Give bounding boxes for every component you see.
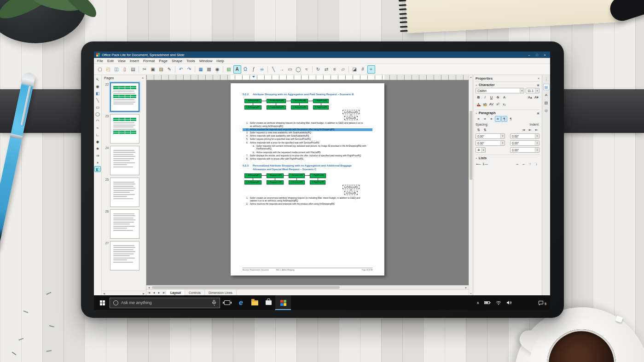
- pages-panel-scrollbar[interactable]: ◀ ▶: [102, 291, 146, 295]
- strikethrough-button[interactable]: S: [495, 94, 501, 100]
- page-thumbnail-27[interactable]: [110, 241, 139, 270]
- nav-next-icon[interactable]: ▶: [157, 290, 162, 295]
- freeform-line-button[interactable]: ≈: [303, 65, 311, 74]
- gallery-tab[interactable]: ▧: [543, 99, 550, 106]
- styles-tab[interactable]: A: [543, 92, 550, 98]
- tab-dimension-lines[interactable]: Dimension Lines: [205, 290, 237, 295]
- chevron-down-icon[interactable]: ▾: [535, 88, 539, 93]
- insert-hyperlink-button[interactable]: ∞: [258, 65, 266, 74]
- document-page[interactable]: 5.2.2Attribute Shopping with no Aggregat…: [231, 83, 384, 276]
- insert-line-button[interactable]: ╲: [270, 65, 278, 74]
- insert-table-button[interactable]: ▦: [197, 65, 205, 74]
- pages-scroll-right-icon[interactable]: ▶: [143, 292, 145, 295]
- navigator-tab[interactable]: ◎: [543, 107, 550, 114]
- bold-button[interactable]: B: [476, 94, 482, 100]
- menu-item-tools[interactable]: Tools: [186, 59, 195, 63]
- tab-controls[interactable]: Controls: [185, 290, 205, 295]
- undo-button[interactable]: ↶: [177, 65, 185, 74]
- print-button[interactable]: ▤: [129, 65, 137, 74]
- nav-first-icon[interactable]: |◀: [146, 290, 151, 295]
- ltr-paragraph-button[interactable]: ¶: [501, 116, 507, 122]
- new-document-button[interactable]: ▢: [96, 65, 104, 74]
- insert-image-button[interactable]: ▧: [225, 65, 233, 74]
- horizontal-ruler[interactable]: [146, 75, 469, 80]
- connector-tool[interactable]: ∟: [94, 132, 101, 138]
- sidebar-close-icon[interactable]: ×: [538, 77, 540, 80]
- vertical-scrollbar[interactable]: ▲ ▼: [469, 75, 473, 295]
- microphone-icon[interactable]: [212, 300, 216, 306]
- search-input[interactable]: [121, 300, 209, 305]
- insert-arrow-button[interactable]: →: [278, 65, 286, 74]
- shadow-button[interactable]: ◪: [351, 65, 359, 74]
- horizontal-scrollbar[interactable]: ◀ ▶: [146, 285, 469, 289]
- page-thumbnail-22[interactable]: [110, 82, 139, 112]
- page-thumbnail-25[interactable]: [110, 178, 139, 207]
- align-justify-button[interactable]: ≡: [495, 116, 501, 122]
- indent-before-stepper[interactable]: 0.00" ▴▾: [510, 133, 540, 139]
- spacing-above-stepper[interactable]: 0.00" ▴▾: [476, 133, 505, 139]
- scroll-right-icon[interactable]: ▶: [464, 287, 468, 289]
- line-spacing-select[interactable]: ≣ ▾: [476, 147, 486, 153]
- spacing-below-stepper[interactable]: 0.00" ▴▾: [476, 140, 505, 146]
- clone-formatting-button[interactable]: ✎: [166, 65, 174, 74]
- character-dialog-icon[interactable]: ▣: [537, 83, 540, 86]
- superscript-button[interactable]: x²: [495, 101, 501, 107]
- helplines-button[interactable]: +: [367, 65, 375, 74]
- font-color-button[interactable]: A: [476, 101, 482, 107]
- document-canvas[interactable]: 5.2.2Attribute Shopping with no Aggregat…: [146, 80, 469, 285]
- move-up-button[interactable]: ↑: [527, 161, 533, 167]
- save-button[interactable]: ◫: [113, 65, 121, 74]
- select-tool[interactable]: ↖: [94, 76, 101, 82]
- page-thumbnail-26[interactable]: [110, 209, 139, 239]
- vertical-scroll-thumb[interactable]: [470, 111, 472, 180]
- maximize-button[interactable]: □: [534, 52, 540, 57]
- display-grid-button[interactable]: ▩: [205, 65, 213, 74]
- open-button[interactable]: ◰: [104, 65, 112, 74]
- first-line-indent-stepper[interactable]: 0.00" ▴▾: [510, 147, 540, 153]
- pages-panel-close-icon[interactable]: ×: [142, 76, 144, 80]
- arrange-button[interactable]: ▱: [339, 65, 347, 74]
- collapse-caret-icon[interactable]: ∧: [476, 112, 477, 115]
- scroll-down-icon[interactable]: ▼: [470, 292, 472, 295]
- scroll-left-icon[interactable]: ◀: [147, 287, 151, 289]
- insert-rectangle-button[interactable]: ▭: [286, 65, 294, 74]
- pages-scroll-left-icon[interactable]: ◀: [103, 292, 105, 295]
- align-right-button[interactable]: ≡: [488, 116, 494, 122]
- collapse-caret-icon[interactable]: ∧: [476, 84, 477, 86]
- action-center-button[interactable]: 5: [538, 300, 546, 305]
- collapse-caret-icon[interactable]: ∧: [476, 157, 477, 160]
- menu-item-page[interactable]: Page: [159, 59, 168, 63]
- menu-item-help[interactable]: Help: [216, 59, 224, 63]
- align-center-button[interactable]: ≡: [482, 116, 488, 122]
- page-thumbnail-24[interactable]: [110, 146, 139, 175]
- highlight-color-button[interactable]: ab: [482, 101, 488, 107]
- font-name-select[interactable]: Calibri ▾: [476, 88, 524, 93]
- zoom-tool[interactable]: ◉: [94, 83, 101, 89]
- battery-icon[interactable]: [484, 301, 491, 305]
- redo-button[interactable]: ↷: [186, 65, 193, 74]
- menu-item-window[interactable]: Window: [199, 59, 212, 63]
- curve-tool[interactable]: ≈: [94, 125, 101, 131]
- subscript-button[interactable]: x₂: [501, 101, 507, 107]
- increase-indent-button[interactable]: ⇥: [521, 127, 527, 133]
- indent-after-stepper[interactable]: 0.00" ▴▾: [510, 140, 540, 146]
- align-objects-button[interactable]: ≡: [331, 65, 339, 74]
- menu-item-format[interactable]: Format: [143, 59, 155, 63]
- export-pdf-button[interactable]: ▯: [121, 65, 129, 74]
- decrease-font-size-button[interactable]: A▾: [534, 94, 540, 100]
- properties-tab[interactable]: ▤: [543, 84, 550, 90]
- start-button[interactable]: [97, 297, 108, 309]
- promote-button[interactable]: ←: [521, 161, 527, 167]
- ellipse-tool[interactable]: ◯: [94, 111, 101, 117]
- paste-button[interactable]: ▨: [157, 65, 165, 74]
- sidebar-menu-icon[interactable]: ⋮: [543, 76, 550, 82]
- rectangle-tool[interactable]: ▭: [94, 104, 101, 110]
- special-character-button[interactable]: Ω: [242, 65, 249, 74]
- cut-button[interactable]: ✂: [141, 65, 149, 74]
- minimize-button[interactable]: –: [526, 52, 532, 57]
- text-shadow-button[interactable]: A: [501, 94, 507, 100]
- insert-formula-button[interactable]: ƒ: [250, 65, 258, 74]
- insert-textbox-button[interactable]: A: [233, 65, 241, 74]
- hidden-icons-chevron[interactable]: ∧: [476, 301, 479, 305]
- menu-item-shape[interactable]: Shape: [172, 59, 182, 63]
